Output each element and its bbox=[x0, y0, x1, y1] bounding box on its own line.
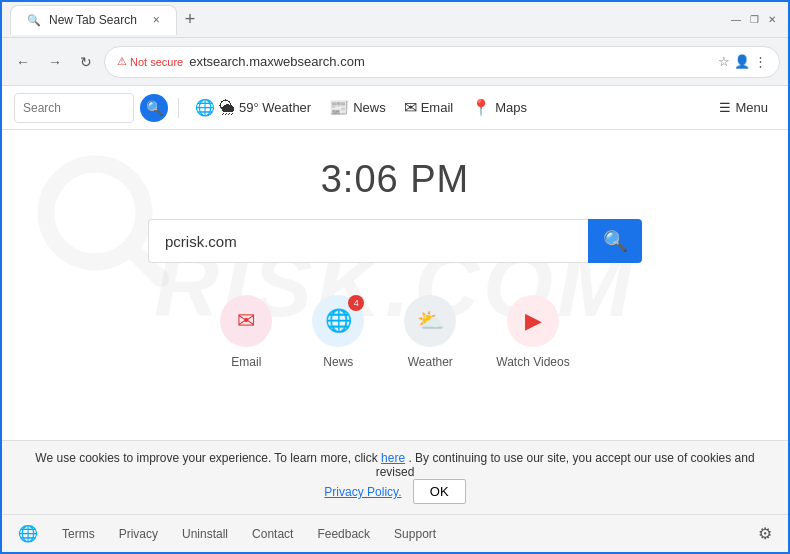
news-badge: 4 bbox=[348, 295, 364, 311]
play-icon: ▶ bbox=[525, 308, 542, 334]
warning-icon: ⚠ bbox=[117, 55, 127, 68]
toolbar-search-input[interactable] bbox=[23, 101, 103, 115]
toolbar-maps[interactable]: 📍 Maps bbox=[465, 94, 533, 121]
quick-link-email-label: Email bbox=[231, 355, 261, 369]
weather-icon: ⛅ bbox=[417, 308, 444, 334]
quick-link-email[interactable]: ✉ Email bbox=[220, 295, 272, 369]
quick-link-news[interactable]: 🌐 4 News bbox=[312, 295, 364, 369]
main-search-wrap: 🔍 bbox=[148, 219, 642, 263]
globe-icon: 🌐 bbox=[195, 98, 215, 117]
title-bar: 🔍 New Tab Search × + — ❐ ✕ bbox=[2, 2, 788, 38]
quick-link-videos-icon: ▶ bbox=[507, 295, 559, 347]
news-label: News bbox=[353, 100, 386, 115]
footer-support[interactable]: Support bbox=[394, 527, 436, 541]
main-search-input[interactable] bbox=[148, 219, 588, 263]
toolbar-search-box[interactable] bbox=[14, 93, 134, 123]
menu-label: Menu bbox=[735, 100, 768, 115]
search-icon: 🔍 bbox=[146, 100, 163, 116]
active-tab[interactable]: 🔍 New Tab Search × bbox=[10, 5, 177, 35]
email-icon: ✉ bbox=[237, 308, 255, 334]
toolbar-email[interactable]: ✉ Email bbox=[398, 94, 460, 121]
close-button[interactable]: ✕ bbox=[764, 12, 780, 28]
cookie-here-link[interactable]: here bbox=[381, 451, 405, 465]
quick-link-videos[interactable]: ▶ Watch Videos bbox=[496, 295, 569, 369]
browser-frame: 🔍 New Tab Search × + — ❐ ✕ ← → ↻ ⚠ Not s… bbox=[0, 0, 790, 554]
cookie-text2: . By continuing to use our site, you acc… bbox=[376, 451, 755, 479]
quick-link-email-icon: ✉ bbox=[220, 295, 272, 347]
time-display: 3:06 PM bbox=[321, 158, 470, 201]
search-icon: 🔍 bbox=[603, 229, 628, 253]
news-icon: 📰 bbox=[329, 98, 349, 117]
privacy-policy-link[interactable]: Privacy Policy. bbox=[324, 485, 401, 499]
tab-title: New Tab Search bbox=[49, 13, 137, 27]
footer-feedback[interactable]: Feedback bbox=[317, 527, 370, 541]
quick-link-weather[interactable]: ⛅ Weather bbox=[404, 295, 456, 369]
main-content: RISK.COM 3:06 PM 🔍 ✉ Email 🌐 4 News bbox=[2, 130, 788, 440]
settings-icon[interactable]: ⚙ bbox=[758, 524, 772, 543]
address-url[interactable]: extsearch.maxwebsearch.com bbox=[189, 54, 712, 69]
forward-button[interactable]: → bbox=[42, 50, 68, 74]
tab-area: 🔍 New Tab Search × + bbox=[10, 5, 728, 35]
quick-link-videos-label: Watch Videos bbox=[496, 355, 569, 369]
footer: 🌐 Terms Privacy Uninstall Contact Feedba… bbox=[2, 514, 788, 552]
back-button[interactable]: ← bbox=[10, 50, 36, 74]
email-icon: ✉ bbox=[404, 98, 417, 117]
quick-link-weather-label: Weather bbox=[408, 355, 453, 369]
bookmark-button[interactable]: ☆ bbox=[718, 54, 730, 69]
quick-link-news-label: News bbox=[323, 355, 353, 369]
menu-button[interactable]: ☰ Menu bbox=[711, 96, 776, 119]
not-secure-indicator: ⚠ Not secure bbox=[117, 55, 183, 68]
quick-link-news-icon: 🌐 4 bbox=[312, 295, 364, 347]
restore-button[interactable]: ❐ bbox=[746, 12, 762, 28]
footer-globe-icon: 🌐 bbox=[18, 524, 38, 543]
minimize-button[interactable]: — bbox=[728, 12, 744, 28]
tab-close-btn[interactable]: × bbox=[153, 13, 160, 27]
cookie-text: We use cookies to improve your experienc… bbox=[35, 451, 381, 465]
quick-links: ✉ Email 🌐 4 News ⛅ Weather ▶ bbox=[220, 295, 569, 369]
footer-uninstall[interactable]: Uninstall bbox=[182, 527, 228, 541]
maps-icon: 📍 bbox=[471, 98, 491, 117]
address-input-wrap[interactable]: ⚠ Not secure extsearch.maxwebsearch.com … bbox=[104, 46, 780, 78]
svg-point-0 bbox=[46, 164, 144, 262]
cookie-banner: We use cookies to improve your experienc… bbox=[2, 440, 788, 514]
address-icons: ☆ 👤 ⋮ bbox=[718, 54, 767, 69]
footer-terms[interactable]: Terms bbox=[62, 527, 95, 541]
weather-label: 59° Weather bbox=[239, 100, 311, 115]
email-label: Email bbox=[421, 100, 454, 115]
refresh-button[interactable]: ↻ bbox=[74, 50, 98, 74]
address-bar: ← → ↻ ⚠ Not secure extsearch.maxwebsearc… bbox=[2, 38, 788, 86]
toolbar-divider bbox=[178, 98, 179, 118]
not-secure-label: Not secure bbox=[130, 56, 183, 68]
footer-privacy[interactable]: Privacy bbox=[119, 527, 158, 541]
window-controls: — ❐ ✕ bbox=[728, 12, 780, 28]
footer-contact[interactable]: Contact bbox=[252, 527, 293, 541]
maps-label: Maps bbox=[495, 100, 527, 115]
toolbar-news[interactable]: 📰 News bbox=[323, 94, 392, 121]
globe-icon: 🌐 bbox=[325, 308, 352, 334]
weather-icon: 🌦 bbox=[219, 99, 235, 117]
toolbar-search-button[interactable]: 🔍 bbox=[140, 94, 168, 122]
more-button[interactable]: ⋮ bbox=[754, 54, 767, 69]
toolbar: 🔍 🌐 🌦 59° Weather 📰 News ✉ Email 📍 Maps … bbox=[2, 86, 788, 130]
tab-icon: 🔍 bbox=[27, 14, 41, 27]
hamburger-icon: ☰ bbox=[719, 100, 731, 115]
profile-button[interactable]: 👤 bbox=[734, 54, 750, 69]
cookie-ok-button[interactable]: OK bbox=[413, 479, 466, 504]
new-tab-button[interactable]: + bbox=[177, 5, 204, 34]
toolbar-weather[interactable]: 🌐 🌦 59° Weather bbox=[189, 94, 317, 121]
main-search-button[interactable]: 🔍 bbox=[588, 219, 642, 263]
quick-link-weather-icon: ⛅ bbox=[404, 295, 456, 347]
